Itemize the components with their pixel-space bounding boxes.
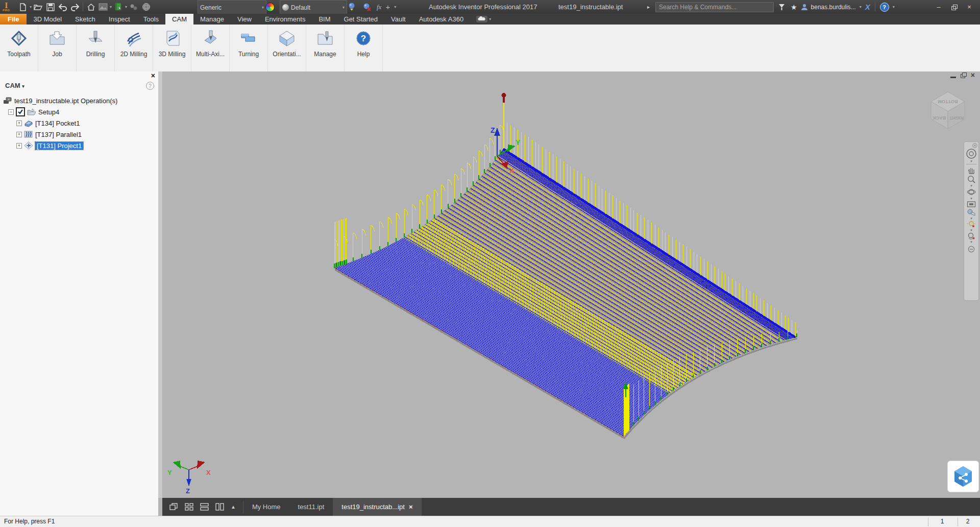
navbar-caret-icon[interactable]: ▾: [970, 184, 972, 187]
orbit-icon[interactable]: [967, 187, 976, 197]
navbar-caret-icon[interactable]: ▾: [970, 240, 972, 244]
tile-windows-icon[interactable]: [185, 503, 193, 511]
doc-minimize-icon[interactable]: [950, 77, 956, 78]
shadows-icon[interactable]: [967, 220, 976, 228]
clear-appearance-icon[interactable]: [361, 2, 373, 13]
help-dropdown-icon[interactable]: ▾: [893, 5, 895, 9]
ribbon-help-button[interactable]: ? Help: [345, 25, 383, 71]
split-horizontal-icon[interactable]: [200, 503, 209, 511]
redo-icon[interactable]: [69, 2, 81, 13]
appearance-combo[interactable]: Default ▾: [280, 0, 347, 15]
new-file-icon[interactable]: [17, 2, 29, 13]
expand-icon[interactable]: +: [16, 121, 22, 126]
ribbon-manage-button[interactable]: Manage: [306, 25, 345, 71]
tab-sketch[interactable]: Sketch: [68, 14, 102, 25]
view-cube[interactable]: BOTTOMBACKRIGHT: [925, 87, 972, 134]
expand-icon[interactable]: +: [16, 132, 22, 137]
ribbon-3d-milling-button[interactable]: 3D Milling: [153, 25, 191, 71]
undo-icon[interactable]: [57, 2, 68, 13]
tab-close-icon[interactable]: ×: [409, 503, 413, 511]
window-restore-button[interactable]: [947, 5, 961, 9]
visual-style-icon[interactable]: [967, 208, 976, 217]
ribbon-turning-button[interactable]: Turning: [230, 25, 268, 71]
sphere-icon[interactable]: [140, 2, 152, 13]
tree-setup-row[interactable]: − Setup4: [8, 106, 59, 117]
3d-viewport[interactable]: ZYXYXZ × BOTTOMBACKRIGHT ▾ ▾ ▾ ▾ ▾ ▾: [162, 71, 980, 498]
pan-hand-icon[interactable]: [967, 165, 976, 175]
tab-tools[interactable]: Tools: [137, 14, 165, 25]
cascade-windows-icon[interactable]: [169, 503, 178, 511]
tab-file[interactable]: File: [0, 14, 27, 25]
tree-parallel-row[interactable]: + [T137] Parallel1: [16, 129, 82, 140]
setup-checkbox[interactable]: [16, 107, 25, 116]
navbar-caret-icon[interactable]: ▾: [970, 217, 972, 220]
ribbon-toolpath-button[interactable]: Toolpath: [0, 25, 38, 71]
panel-splitter[interactable]: [158, 71, 162, 498]
tab-test11[interactable]: test11.ipt: [289, 498, 333, 516]
a360-share-button[interactable]: [947, 461, 979, 492]
inventor-logo[interactable]: I PRO: [3, 0, 10, 14]
tab-vault[interactable]: Vault: [384, 14, 412, 25]
fx-parameters-icon[interactable]: fx: [377, 3, 381, 11]
panel-title[interactable]: CAM ▾: [5, 82, 24, 89]
panel-close-icon[interactable]: ×: [151, 72, 155, 79]
tab-inspect[interactable]: Inspect: [102, 14, 137, 25]
image-icon[interactable]: [97, 2, 109, 13]
open-icon[interactable]: [33, 2, 44, 13]
favorites-star-icon[interactable]: ★: [791, 3, 797, 11]
window-minimize-button[interactable]: –: [932, 3, 945, 11]
tab-environments[interactable]: Environments: [258, 14, 312, 25]
tree-pocket-row[interactable]: + [T134] Pocket1: [16, 117, 80, 129]
tab-my-home[interactable]: My Home: [243, 498, 289, 516]
toolpath-canvas[interactable]: ZYXYXZ: [162, 71, 980, 498]
tab-get-started[interactable]: Get Started: [337, 14, 384, 25]
look-at-icon[interactable]: [967, 200, 976, 208]
qat-dropdown-icon[interactable]: ▾: [394, 5, 396, 9]
navigation-wheel-icon[interactable]: [966, 148, 977, 159]
user-name[interactable]: benas.burdulis...: [811, 4, 856, 11]
exchange-apps-icon[interactable]: X: [865, 3, 870, 11]
material-book-icon[interactable]: [113, 2, 124, 13]
expand-icon[interactable]: +: [16, 143, 22, 149]
doc-close-icon[interactable]: ×: [971, 72, 975, 78]
status-cell-2[interactable]: 2: [958, 518, 978, 525]
tab-manage[interactable]: Manage: [193, 14, 231, 25]
tree-root-row[interactable]: test19_instructable.ipt Operation(s): [3, 95, 117, 106]
sign-in-pen-icon[interactable]: [776, 2, 787, 13]
adjust-appearance-icon[interactable]: [346, 2, 357, 13]
tab-test19-active[interactable]: test19_instructab...ipt ×: [333, 498, 421, 516]
status-cell-1[interactable]: 1: [932, 518, 952, 525]
ribbon-orientation-button[interactable]: Orientati...: [268, 25, 306, 71]
collapse-icon[interactable]: −: [8, 109, 14, 115]
search-box[interactable]: Search Help & Commands...: [655, 0, 774, 14]
tab-cam[interactable]: CAM: [165, 14, 193, 25]
ribbon-drilling-button[interactable]: Drilling: [77, 25, 115, 71]
color-wheel-icon[interactable]: [265, 0, 275, 14]
panel-help-icon[interactable]: ?: [146, 82, 154, 90]
dock-expand-icon[interactable]: ▲: [231, 504, 236, 510]
save-icon[interactable]: [45, 2, 56, 13]
navbar-caret-icon[interactable]: ▾: [970, 197, 972, 200]
search-expand-icon[interactable]: ▸: [647, 0, 650, 14]
tab-view[interactable]: View: [231, 14, 258, 25]
tab-3d-model[interactable]: 3D Model: [27, 14, 68, 25]
ribbon-job-button[interactable]: Job: [38, 25, 77, 71]
navbar-caret-icon[interactable]: ▾: [970, 228, 972, 232]
new-file-dropdown-icon[interactable]: ▾: [30, 5, 32, 9]
navbar-collapse-icon[interactable]: [968, 246, 975, 253]
tab-autodesk-a360[interactable]: Autodesk A360: [412, 14, 470, 25]
window-close-button[interactable]: ×: [963, 3, 976, 11]
home-icon[interactable]: [85, 2, 96, 13]
user-dropdown-icon[interactable]: ▾: [860, 5, 862, 9]
material-combo[interactable]: Generic ▾: [198, 0, 266, 15]
tab-bim[interactable]: BIM: [312, 14, 337, 25]
ribbon-2d-milling-button[interactable]: 2D Milling: [115, 25, 153, 71]
image-dropdown-icon[interactable]: ▾: [110, 5, 112, 9]
ribbon-multi-axis-button[interactable]: Multi-Axi...: [191, 25, 230, 71]
navbar-close-icon[interactable]: [972, 143, 977, 148]
doc-restore-icon[interactable]: [961, 73, 966, 78]
tree-project-row[interactable]: + [T131] Project1: [16, 140, 83, 151]
zoom-icon[interactable]: [967, 175, 976, 184]
split-vertical-icon[interactable]: [215, 503, 224, 511]
help-icon[interactable]: ?: [880, 3, 889, 12]
